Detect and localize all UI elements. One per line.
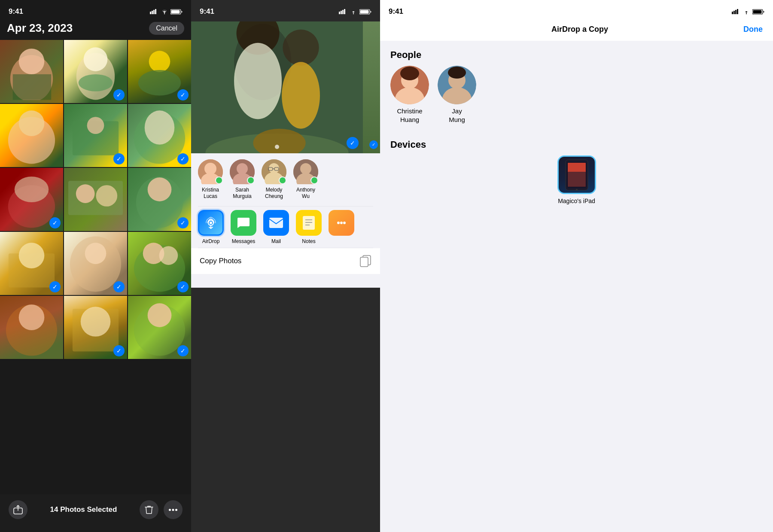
cancel-button[interactable]: Cancel [149,22,184,35]
contact-avatar-kristina [198,159,223,184]
table-row[interactable]: ✓ [64,40,127,103]
table-row[interactable] [0,296,63,359]
app-item-airdrop[interactable]: AirDrop [198,210,224,244]
notes-symbol [302,216,315,230]
airdrop-nav: AirDrop a Copy Done [380,21,773,41]
delete-button[interactable] [140,500,158,519]
contact-item-kristina[interactable]: KristinaLucas [198,159,223,200]
svg-rect-47 [342,10,344,14]
svg-point-8 [19,49,45,74]
messages-symbol [237,216,250,230]
contact-item-melody[interactable]: MelodyCheung [262,159,286,200]
svg-rect-6 [171,10,180,13]
contact-name-melody: MelodyCheung [265,187,283,200]
app-name-airdrop: AirDrop [202,238,220,244]
table-row[interactable]: ✓ [128,296,191,359]
contact-item-anthony[interactable]: AnthonyWu [293,159,318,200]
message-badge [247,176,255,184]
contact-avatar-sarah [230,159,255,184]
share-button[interactable] [9,500,27,519]
contact-avatar-anthony [293,159,318,184]
notes-icon [296,210,322,236]
svg-rect-0 [150,12,151,14]
table-row[interactable]: ✓ [128,232,191,295]
table-row[interactable]: ✓ [128,168,191,231]
svg-point-49 [353,13,354,14]
table-row[interactable] [0,104,63,167]
side-check: ✓ [369,140,378,149]
contact-item-sarah[interactable]: SarahMurguia [230,159,255,200]
svg-point-88 [337,222,340,224]
svg-point-59 [283,29,319,65]
status-icons-2 [339,9,371,15]
svg-rect-48 [344,9,345,14]
svg-rect-2 [153,10,155,14]
table-row[interactable]: ✓ [128,104,191,167]
svg-point-12 [79,74,113,91]
svg-point-11 [84,47,108,71]
share-sheet-panel: 9:41 [191,0,380,532]
panel1-footer: 14 Photos Selected [0,494,191,532]
svg-rect-84 [303,216,315,230]
svg-point-90 [343,222,346,224]
messages-icon [231,210,256,236]
message-badge [279,176,286,184]
photo-content [0,40,63,100]
more-button[interactable] [164,500,183,519]
airdrop-panel: 9:41 AirDrop a Copy Done People [380,0,773,532]
svg-rect-83 [269,218,283,228]
app-row: AirDrop Messages [191,207,380,248]
table-row[interactable]: ✓ [128,40,191,103]
airdrop-person-jay[interactable]: JayMung [438,66,476,124]
signal-icon [732,9,740,14]
copy-photos-label: Copy Photos [200,257,241,265]
svg-rect-1 [152,11,153,14]
page-indicator [275,145,279,149]
message-badge [215,176,223,184]
svg-rect-51 [360,10,369,13]
airdrop-device-item[interactable]: Magico's iPad [380,155,773,204]
app-name-messages: Messages [232,238,256,244]
svg-rect-93 [732,12,733,14]
svg-rect-92 [360,257,368,267]
copy-photos-row[interactable]: Copy Photos [191,248,380,274]
ipad-icon [557,155,596,194]
airdrop-person-christine[interactable]: ChristineHuang [390,66,429,124]
photo-content [0,296,63,356]
photo-content [0,104,63,164]
table-row[interactable] [64,168,127,231]
table-row[interactable] [0,40,63,103]
table-row[interactable]: ✓ [64,232,127,295]
contact-name-sarah: SarahMurguia [233,187,251,200]
photo-thumbnail [0,296,63,359]
app-item-mail[interactable]: Mail [263,210,289,244]
selection-check: ✓ [49,217,61,228]
device-name-ipad: Magico's iPad [558,198,595,204]
svg-point-64 [204,163,216,175]
svg-rect-94 [733,11,735,14]
svg-point-16 [19,110,45,136]
table-row[interactable]: ✓ [0,232,63,295]
svg-point-76 [300,163,311,174]
airdrop-icon [198,210,224,236]
table-row[interactable]: ✓ [0,168,63,231]
table-row[interactable]: ✓ [64,296,127,359]
svg-point-107 [448,67,466,79]
selection-check: ✓ [177,217,189,228]
status-time-1: 9:41 [9,7,23,16]
app-item-notes[interactable]: Notes [296,210,322,244]
table-row[interactable]: ✓ [64,104,127,167]
preview-side: ✓ [363,21,380,153]
svg-rect-3 [155,9,156,14]
avatar-image [390,66,429,104]
app-item-more[interactable] [329,210,354,244]
svg-point-60 [282,62,320,129]
done-button[interactable]: Done [743,25,763,34]
selection-check: ✓ [113,345,125,356]
svg-point-34 [159,246,178,265]
svg-point-67 [237,163,248,174]
app-item-messages[interactable]: Messages [231,210,256,244]
people-section-label: People [380,41,773,66]
date-label: Apr 23, 2023 [7,21,73,35]
app-name-notes: Notes [302,238,315,244]
